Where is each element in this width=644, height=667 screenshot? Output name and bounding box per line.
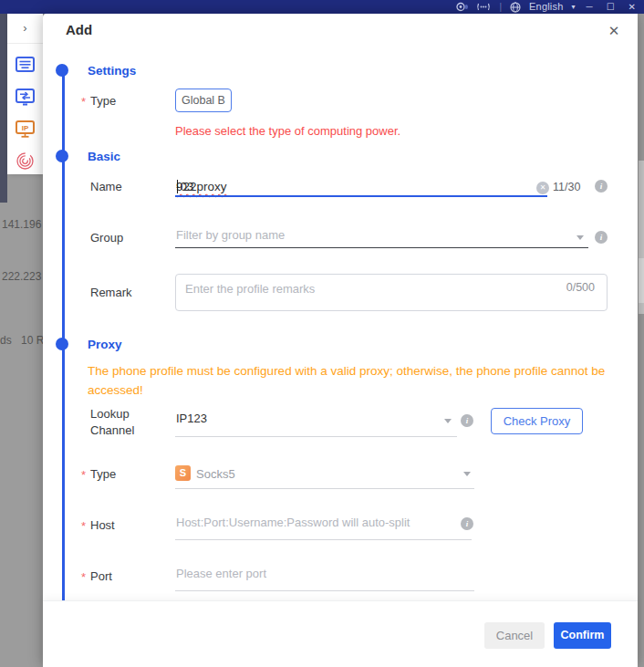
name-value-rest: -03 (176, 180, 194, 193)
required-marker: * (81, 570, 86, 584)
background-edge-fragment (639, 258, 644, 303)
remark-textarea-box: 0/500 (175, 274, 608, 311)
port-input[interactable] (176, 567, 450, 580)
sidebar-divider (7, 43, 43, 44)
info-icon[interactable]: i (595, 231, 608, 244)
timeline-dot-basic (56, 150, 68, 162)
keyboard-icon (16, 57, 35, 72)
group-select-input[interactable] (176, 228, 568, 242)
background-pagination-fragment: 10 R (21, 334, 44, 347)
group-input-underline (175, 247, 588, 248)
proxy-type-underline (175, 488, 474, 489)
add-dialog: Add ✕ Settings * Type Global B Please se… (43, 14, 638, 667)
group-label: Group (90, 231, 123, 245)
maximize-button[interactable]: ☐ (604, 0, 618, 14)
sidebar-item-ip[interactable]: IP (7, 120, 43, 138)
section-title-basic: Basic (88, 150, 120, 163)
ip-monitor-icon: IP (16, 120, 35, 138)
announcement-icon[interactable] (476, 2, 491, 12)
section-title-settings: Settings (88, 64, 136, 78)
proxy-type-caret-icon[interactable] (463, 472, 471, 476)
info-icon[interactable]: i (595, 180, 608, 193)
required-marker: * (81, 95, 86, 109)
cancel-button[interactable]: Cancel (484, 622, 545, 649)
timeline-dot-proxy (56, 338, 68, 350)
name-char-counter: 11/30 (553, 181, 580, 193)
remark-char-counter: 0/500 (566, 281, 595, 294)
host-input[interactable] (176, 516, 450, 529)
language-caret-icon[interactable]: ▾ (572, 0, 576, 14)
titlebar-separator: | (499, 0, 502, 14)
support-icon[interactable] (456, 2, 468, 12)
group-caret-icon[interactable] (576, 235, 584, 240)
nav-rail (0, 14, 7, 203)
minimize-button[interactable]: ─ (584, 0, 596, 14)
proxy-type-label: Type (90, 467, 116, 481)
text-cursor (177, 180, 178, 193)
app-screen: | English ▾ ─ ☐ ✕ › (0, 0, 644, 667)
section-title-proxy: Proxy (88, 338, 122, 351)
name-input-underline (175, 195, 547, 197)
remark-textarea[interactable] (185, 282, 532, 306)
close-window-button[interactable]: ✕ (626, 0, 639, 14)
host-underline (175, 539, 472, 540)
settings-type-error: Please select the type of computing powe… (175, 124, 400, 138)
language-selector[interactable]: English (529, 0, 563, 14)
ip-icon-label: IP (22, 124, 29, 132)
close-icon[interactable]: ✕ (604, 21, 624, 41)
confirm-button[interactable]: Confirm (554, 622, 611, 649)
background-table-cell: 222.223 (2, 270, 41, 283)
sidebar-item-profile-config[interactable] (7, 89, 43, 106)
info-icon[interactable]: i (461, 517, 473, 530)
socks5-badge-icon: S (175, 465, 191, 481)
required-marker: * (81, 468, 86, 482)
timeline-dot-settings (56, 64, 68, 77)
sidebar-item-cloud-phone[interactable] (7, 57, 43, 72)
background-pagination-fragment: ds (0, 334, 12, 347)
transfer-monitor-icon (16, 89, 35, 106)
check-proxy-button[interactable]: Check Proxy (491, 408, 583, 434)
computing-type-button[interactable]: Global B (175, 89, 232, 112)
remark-label: Remark (90, 286, 132, 299)
dialog-title: Add (66, 22, 92, 37)
lookup-channel-select[interactable] (176, 412, 441, 425)
name-label: Name (90, 180, 122, 193)
required-marker: * (81, 519, 86, 533)
info-icon[interactable]: i (461, 414, 473, 427)
host-label: Host (90, 518, 115, 532)
lookup-channel-label-line1: Lookup (90, 407, 130, 421)
proxy-warning-text: The phone profile must be configured wit… (88, 361, 606, 400)
lookup-caret-icon[interactable] (444, 419, 452, 423)
port-underline (175, 590, 474, 591)
sidebar-item-fingerprint[interactable] (7, 151, 43, 171)
background-table-cell: 141.196 (2, 218, 41, 231)
proxy-type-select[interactable]: Socks5 (196, 467, 235, 481)
fingerprint-icon (16, 151, 35, 171)
sidebar: › (7, 14, 43, 174)
window-titlebar: | English ▾ ─ ☐ ✕ (0, 0, 644, 14)
clear-input-icon[interactable]: ✕ (536, 182, 549, 194)
dialog-footer: Cancel Confirm (43, 600, 638, 667)
settings-type-label: Type (90, 94, 116, 108)
lookup-underline (175, 436, 457, 437)
globe-icon[interactable] (510, 2, 521, 13)
sidebar-expand-chevron-icon[interactable]: › (7, 19, 43, 37)
port-label: Port (90, 569, 112, 583)
lookup-channel-label-line2: Channel (90, 423, 134, 437)
